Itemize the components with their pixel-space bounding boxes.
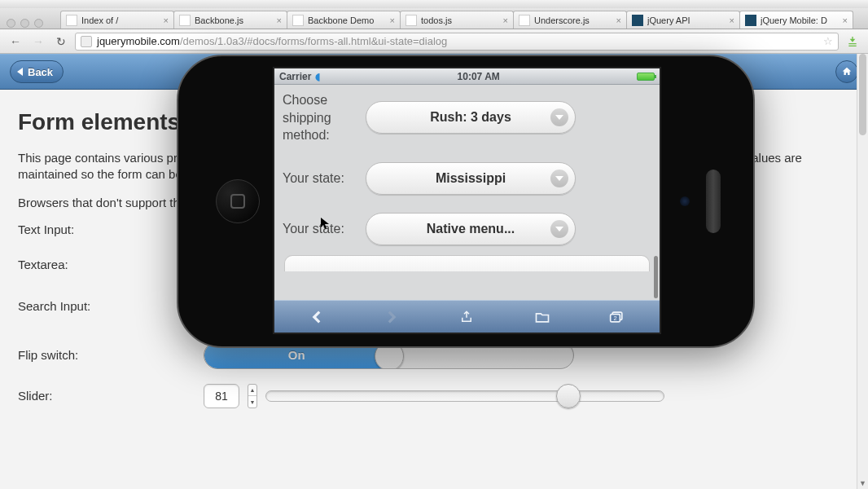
reload-button[interactable]: ↻ bbox=[52, 33, 70, 50]
close-icon[interactable]: × bbox=[390, 15, 395, 25]
status-bar: Carrier ◖ 10:07 AM bbox=[274, 68, 660, 85]
tab-underscore[interactable]: Underscore.js× bbox=[513, 11, 627, 29]
safari-bookmarks-button[interactable] bbox=[526, 306, 559, 328]
jquery-icon bbox=[745, 15, 756, 26]
phone-content: Choose shipping method: Rush: 3 days You… bbox=[274, 85, 660, 300]
url-path: /demos/1.0a3/#docs/forms/forms-all.html&… bbox=[180, 35, 447, 47]
safari-tabs-button[interactable]: 2 bbox=[601, 306, 633, 328]
state-label: Your state: bbox=[283, 170, 361, 187]
tab-label: jQuery API bbox=[647, 15, 726, 25]
browser-toolbar: ← → ↻ jquerymobile.com/demos/1.0a3/#docs… bbox=[0, 29, 868, 54]
tab-jquery-mobile[interactable]: jQuery Mobile: D× bbox=[739, 11, 853, 29]
select-value: Native menu... bbox=[427, 222, 515, 236]
mouse-cursor-icon bbox=[321, 218, 331, 231]
wifi-icon: ◖ bbox=[315, 71, 320, 82]
page-scrollbar[interactable]: ▲ ▼ bbox=[857, 54, 868, 489]
step-down-icon[interactable]: ▼ bbox=[248, 396, 256, 408]
home-square-icon bbox=[230, 194, 245, 209]
site-icon bbox=[81, 36, 92, 47]
tab-backbone[interactable]: Backbone.js× bbox=[173, 11, 287, 29]
tab-jquery-api[interactable]: jQuery API× bbox=[626, 11, 740, 29]
slider-track[interactable] bbox=[265, 389, 664, 403]
text-input-label: Text Input: bbox=[18, 222, 204, 236]
content-scrollbar[interactable] bbox=[654, 256, 658, 298]
slider-label: Slider: bbox=[18, 389, 204, 403]
jquery-icon bbox=[632, 15, 643, 26]
page-icon bbox=[66, 15, 77, 26]
device-screen: Carrier ◖ 10:07 AM Choose shipping metho… bbox=[273, 67, 661, 334]
tab-index[interactable]: Index of /× bbox=[60, 11, 174, 29]
bookmark-star-icon[interactable]: ☆ bbox=[823, 35, 833, 47]
hardware-home-button[interactable] bbox=[216, 179, 260, 223]
textarea-label: Textarea: bbox=[18, 258, 204, 271]
iphone-device: Carrier ◖ 10:07 AM Choose shipping metho… bbox=[177, 55, 755, 348]
status-time: 10:07 AM bbox=[458, 71, 500, 82]
state-native-select[interactable]: Native menu... bbox=[366, 213, 576, 245]
close-icon[interactable]: × bbox=[730, 15, 734, 25]
window-controls[interactable] bbox=[7, 19, 43, 28]
close-icon[interactable]: × bbox=[164, 15, 169, 25]
search-input-label: Search Input: bbox=[18, 299, 204, 313]
browser-tabstrip: Index of /× Backbone.js× Backbone Demo× … bbox=[0, 8, 868, 29]
carrier-label: Carrier bbox=[279, 71, 311, 82]
safari-forward-button[interactable] bbox=[375, 306, 408, 328]
safari-toolbar: 2 bbox=[274, 300, 660, 333]
page-viewport: Back Form elements This page contains va… bbox=[0, 54, 868, 489]
state-select[interactable]: Mississippi bbox=[366, 162, 576, 195]
page-icon bbox=[519, 15, 530, 26]
page-icon bbox=[406, 15, 417, 26]
nav-forward-button[interactable]: → bbox=[29, 33, 47, 50]
close-icon[interactable]: × bbox=[843, 15, 848, 25]
home-button[interactable] bbox=[835, 60, 858, 83]
tab-label: Backbone.js bbox=[195, 15, 273, 25]
tab-label: todos.js bbox=[421, 15, 499, 25]
back-label: Back bbox=[28, 66, 53, 78]
extension-button[interactable] bbox=[844, 33, 861, 50]
partial-panel bbox=[284, 255, 650, 271]
slider-stepper[interactable]: ▲▼ bbox=[248, 384, 257, 408]
close-icon[interactable]: × bbox=[503, 15, 508, 25]
tab-backbone-demo[interactable]: Backbone Demo× bbox=[287, 11, 401, 29]
page-icon bbox=[292, 15, 304, 26]
step-up-icon[interactable]: ▲ bbox=[248, 385, 256, 397]
url-domain: jquerymobile.com bbox=[97, 35, 180, 47]
slider-rail bbox=[265, 390, 664, 402]
chevron-down-icon bbox=[550, 220, 568, 238]
home-icon bbox=[841, 66, 853, 77]
address-bar[interactable]: jquerymobile.com/demos/1.0a3/#docs/forms… bbox=[75, 33, 839, 51]
tab-todos[interactable]: todos.js× bbox=[400, 11, 514, 29]
shipping-label: Choose shipping method: bbox=[283, 91, 361, 144]
back-button[interactable]: Back bbox=[10, 60, 64, 83]
mac-titlebar bbox=[0, 0, 868, 8]
tab-label: Index of / bbox=[81, 15, 160, 25]
traffic-close-icon[interactable] bbox=[7, 19, 15, 28]
battery-icon bbox=[637, 73, 655, 81]
scroll-thumb[interactable] bbox=[859, 54, 866, 135]
chevron-down-icon bbox=[550, 108, 568, 126]
device-camera bbox=[680, 196, 690, 206]
close-icon[interactable]: × bbox=[277, 15, 282, 25]
device-speaker bbox=[706, 170, 721, 233]
flip-switch-label: Flip switch: bbox=[18, 348, 204, 362]
nav-back-button[interactable]: ← bbox=[7, 33, 24, 50]
page-icon bbox=[179, 15, 191, 26]
close-icon[interactable]: × bbox=[616, 15, 621, 25]
slider-handle[interactable] bbox=[556, 384, 581, 408]
safari-back-button[interactable] bbox=[300, 306, 333, 328]
slider-value-input[interactable]: 81 bbox=[204, 384, 239, 408]
tab-label: jQuery Mobile: D bbox=[761, 15, 839, 25]
chevron-left-icon bbox=[17, 68, 23, 76]
chevron-down-icon bbox=[550, 170, 568, 187]
tab-label: Backbone Demo bbox=[308, 15, 386, 25]
shipping-select[interactable]: Rush: 3 days bbox=[366, 101, 576, 134]
traffic-minimize-icon[interactable] bbox=[20, 19, 29, 28]
select-value: Rush: 3 days bbox=[430, 110, 511, 125]
svg-text:2: 2 bbox=[613, 315, 616, 322]
select-value: Mississippi bbox=[436, 171, 506, 186]
scroll-down-icon[interactable]: ▼ bbox=[857, 478, 868, 489]
traffic-zoom-icon[interactable] bbox=[34, 19, 43, 28]
tab-label: Underscore.js bbox=[534, 15, 612, 25]
safari-share-button[interactable] bbox=[450, 306, 483, 328]
